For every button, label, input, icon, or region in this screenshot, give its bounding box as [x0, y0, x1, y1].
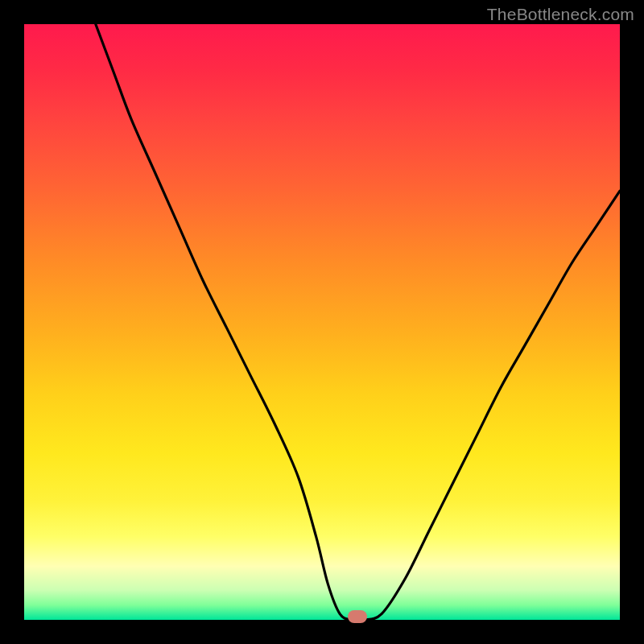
- plot-area: [24, 24, 620, 620]
- bottleneck-curve: [24, 24, 620, 620]
- optimum-marker: [348, 610, 367, 623]
- watermark-text: TheBottleneck.com: [487, 5, 634, 24]
- chart-frame: TheBottleneck.com: [0, 0, 644, 644]
